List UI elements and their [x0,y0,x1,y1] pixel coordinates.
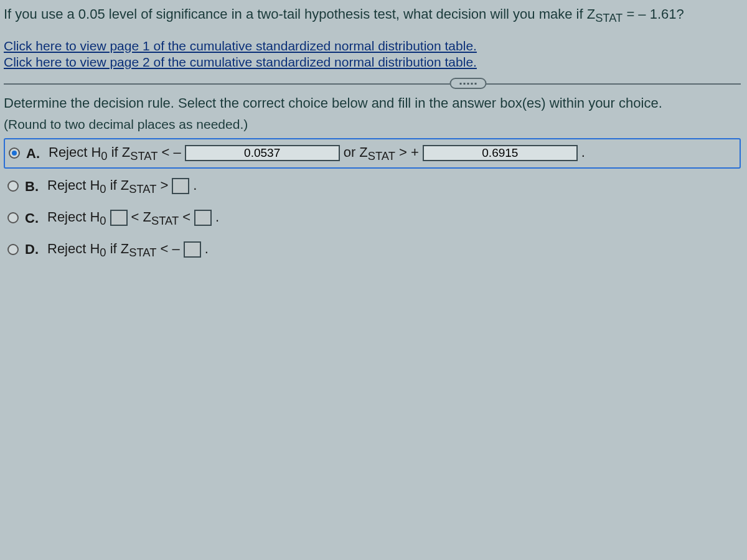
radio-B[interactable] [7,180,19,192]
radio-D[interactable] [7,244,19,255]
answer-C-lower[interactable] [110,210,128,226]
choice-letter-C: C. [25,208,41,228]
choice-letter-D: D. [25,239,41,259]
choice-text-A: Reject H0 if ZSTAT < – or ZSTAT > + . [49,142,585,165]
choice-D[interactable]: D. Reject H0 if ZSTAT < – . [4,236,741,264]
choice-text-B: Reject H0 if ZSTAT > . [47,175,197,198]
radio-A[interactable] [9,147,20,159]
radio-C[interactable] [7,212,19,223]
choice-list: A. Reject H0 if ZSTAT < – or ZSTAT > + .… [4,138,741,264]
choice-A[interactable]: A. Reject H0 if ZSTAT < – or ZSTAT > + . [4,138,741,169]
answer-A-lower[interactable] [185,145,340,161]
question-text: If you use a 0.05 level of significance … [4,4,741,27]
choice-B[interactable]: B. Reject H0 if ZSTAT > . [4,172,741,200]
question-suffix: = – 1.61? [622,6,684,22]
choice-letter-A: A. [26,143,42,164]
link-table-page1[interactable]: Click here to view page 1 of the cumulat… [4,38,741,54]
answer-D[interactable] [184,241,201,258]
choice-text-C: Reject H0 < ZSTAT < . [47,207,219,230]
divider-pill [449,78,486,89]
section-divider [4,78,741,89]
choice-letter-B: B. [25,176,41,197]
choice-C[interactable]: C. Reject H0 < ZSTAT < . [4,204,741,232]
choice-text-D: Reject H0 if ZSTAT < – . [47,238,209,261]
divider-line [4,83,741,85]
instruction-text: Determine the decision rule. Select the … [4,93,741,113]
round-note: (Round to two decimal places as needed.) [4,114,741,134]
answer-C-upper[interactable] [194,210,212,226]
question-prefix: If you use a 0.05 level of significance … [4,6,595,22]
answer-B[interactable] [172,178,189,194]
link-table-page2[interactable]: Click here to view page 2 of the cumulat… [4,54,741,70]
question-zstat-sub: STAT [595,11,622,24]
answer-A-upper[interactable] [423,145,578,161]
